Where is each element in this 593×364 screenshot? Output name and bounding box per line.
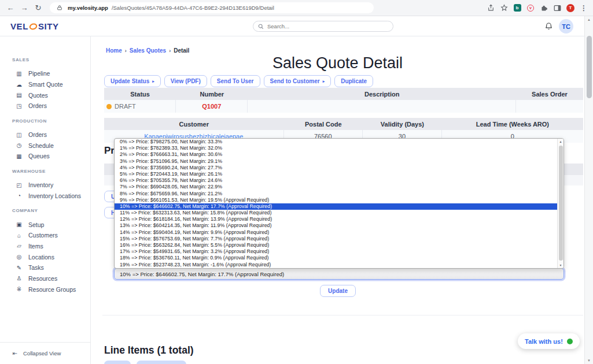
discount-option[interactable]: 18% => Price: $536760.11, Net Margin: 0.… bbox=[115, 255, 557, 261]
user-avatar[interactable]: TC bbox=[559, 19, 573, 34]
notifications-bell-icon[interactable] bbox=[544, 21, 553, 33]
collapsed-view-toggle[interactable]: ⇤ Collapsed View bbox=[0, 342, 90, 364]
browser-profile-avatar[interactable]: T bbox=[566, 3, 575, 13]
discount-option[interactable]: 19% => Price: $523748.23, Net Margin: -1… bbox=[115, 262, 557, 268]
page-scrollbar-thumb[interactable] bbox=[587, 36, 592, 98]
puzzle-extensions-icon[interactable] bbox=[539, 3, 548, 13]
sidebar-item-customers[interactable]: ⌂Customers bbox=[12, 230, 90, 241]
status-label: DRAFT bbox=[115, 103, 136, 110]
scroll-up-icon[interactable]: ▲ bbox=[585, 18, 593, 21]
logo-text-post: SITY bbox=[38, 21, 59, 31]
sidebar-item-tasks[interactable]: ✎Tasks bbox=[12, 262, 90, 273]
discount-options: 0% => Price: $798275.00, Net Margin: 33.… bbox=[115, 139, 557, 268]
discount-option[interactable]: 16% => Price: $563262.84, Net Margin: 5.… bbox=[115, 242, 557, 248]
send-to-user-button[interactable]: Send To User bbox=[211, 75, 260, 87]
pocket-icon[interactable]: v bbox=[526, 3, 535, 13]
sidebar-item-label: Items bbox=[28, 243, 43, 250]
reload-icon[interactable]: ↻ bbox=[32, 0, 44, 16]
sidebar-item-resources[interactable]: ♙Resources bbox=[12, 273, 90, 284]
sidebar-item-quotes[interactable]: ▤Quotes bbox=[12, 90, 90, 101]
discount-option[interactable]: 11% => Price: $632313.63, Net Margin: 15… bbox=[115, 210, 557, 216]
discount-option[interactable]: 7% => Price: $690428.05, Net Margin: 22.… bbox=[115, 184, 557, 190]
description-cell bbox=[248, 100, 516, 113]
sidebar-item-label: Tasks bbox=[28, 264, 44, 271]
sidebar-item-inventory-locations[interactable]: ◔Inventory Locations bbox=[12, 191, 90, 202]
update-button[interactable]: Update bbox=[320, 285, 356, 297]
discount-option[interactable]: 2% => Price: $766663.31, Net Margin: 30.… bbox=[115, 151, 557, 158]
discount-option[interactable]: 13% => Price: $604214.35, Net Margin: 11… bbox=[115, 222, 557, 229]
discount-option[interactable]: 0% => Price: $798275.00, Net Margin: 33.… bbox=[115, 139, 557, 145]
dropdown-scrollbar[interactable]: ▲ ▼ bbox=[557, 139, 563, 268]
discount-option[interactable]: 15% => Price: $576753.69, Net Margin: 7.… bbox=[115, 236, 557, 242]
update-status-button[interactable]: Update Status▸ bbox=[104, 75, 161, 87]
url-domain: my.velosity.app bbox=[68, 5, 108, 11]
extension-badge-icon[interactable]: b bbox=[513, 3, 522, 13]
global-search[interactable] bbox=[253, 21, 393, 32]
browser-menu-icon[interactable]: ⋮ bbox=[579, 3, 588, 13]
discount-option[interactable]: 9% => Price: $661051.53, Net Margin: 19.… bbox=[115, 197, 557, 203]
duplicate-button[interactable]: Duplicate bbox=[334, 75, 373, 87]
logo-o-swoosh-icon bbox=[29, 22, 38, 31]
sidebar-section-label: WAREHOUSE bbox=[12, 169, 90, 174]
dropdown-scroll-up-icon[interactable]: ▲ bbox=[558, 140, 563, 143]
search-input[interactable] bbox=[267, 23, 388, 29]
discount-dropdown-list: 0% => Price: $798275.00, Net Margin: 33.… bbox=[114, 138, 564, 269]
caret-right-icon: ▸ bbox=[152, 79, 154, 84]
sidebar-item-inventory[interactable]: ◰Inventory bbox=[12, 180, 90, 191]
sidebar-item-queues[interactable]: ▦Queues bbox=[12, 151, 90, 162]
share-icon[interactable] bbox=[486, 3, 495, 13]
back-icon[interactable]: ← bbox=[5, 0, 16, 16]
queues-icon: ▦ bbox=[16, 153, 23, 159]
sidebar-item-resource-groups[interactable]: ※Resource Groups bbox=[12, 284, 90, 295]
sidebar-section-label: COMPANY bbox=[12, 208, 90, 213]
status-table: StatusNumberDescriptionSales Order DRAFT… bbox=[104, 88, 583, 113]
sidebar-item-smart-quote[interactable]: ☁Smart Quote bbox=[12, 79, 90, 90]
velosity-logo[interactable]: VEL SITY bbox=[10, 21, 59, 31]
line-items-partial-button-2[interactable] bbox=[137, 361, 186, 364]
sidebar-item-setup[interactable]: ▣Setup bbox=[12, 219, 90, 230]
breadcrumb-sales-quotes[interactable]: Sales Quotes bbox=[130, 47, 166, 54]
page-scrollbar[interactable]: ▲ ▼ bbox=[584, 16, 593, 364]
quote-number[interactable]: Q1007 bbox=[176, 100, 248, 113]
discount-option[interactable]: 12% => Price: $618184.16, Net Margin: 13… bbox=[115, 216, 557, 222]
tasks-icon: ✎ bbox=[16, 265, 23, 271]
status-table-header: StatusNumberDescriptionSales Order bbox=[104, 88, 583, 100]
discount-option[interactable]: 3% => Price: $751096.95, Net Margin: 29.… bbox=[115, 158, 557, 165]
line-items-partial-button-1[interactable] bbox=[104, 361, 131, 364]
discount-option[interactable]: 17% => Price: $549931.65, Net Margin: 3.… bbox=[115, 248, 557, 255]
sidebar-item-pipeline[interactable]: ▥Pipeline bbox=[12, 68, 90, 79]
scroll-down-icon[interactable]: ▼ bbox=[585, 359, 593, 362]
quotes-icon: ▤ bbox=[16, 92, 23, 98]
status-cell: DRAFT bbox=[104, 100, 176, 113]
discount-option[interactable]: 14% => Price: $590404.19, Net Margin: 9.… bbox=[115, 229, 557, 236]
bookmark-star-icon[interactable] bbox=[499, 3, 509, 13]
sidebar-item-orders[interactable]: ◫Orders bbox=[12, 129, 90, 140]
sidebar-item-orders[interactable]: ◳Orders bbox=[12, 101, 90, 112]
page-title: Sales Quote Detail bbox=[91, 54, 584, 72]
dropdown-scrollbar-thumb[interactable] bbox=[559, 146, 563, 261]
sidebar-item-items[interactable]: ▱Items bbox=[12, 241, 90, 252]
discount-option[interactable]: 10% => Price: $646602.75, Net Margin: 17… bbox=[115, 203, 557, 210]
view-pdf--button[interactable]: View (PDF) bbox=[164, 75, 207, 87]
discount-option[interactable]: 5% => Price: $720443.19, Net Margin: 26.… bbox=[115, 171, 557, 177]
dropdown-scroll-down-icon[interactable]: ▼ bbox=[558, 263, 563, 267]
forward-icon[interactable]: → bbox=[19, 0, 30, 16]
chat-widget[interactable]: Talk with us! bbox=[518, 333, 580, 349]
discount-select-field[interactable]: 10% => Price: $646602.75, Net Margin: 17… bbox=[114, 268, 564, 280]
discount-option[interactable]: 6% => Price: $705355.79, Net Margin: 24.… bbox=[115, 177, 557, 184]
sidebar-item-label: Resources bbox=[28, 275, 57, 282]
discount-option[interactable]: 1% => Price: $782389.33, Net Margin: 32.… bbox=[115, 145, 557, 151]
column-header-lead-time-weeks-aro-: Lead Time (Weeks ARO) bbox=[442, 121, 583, 128]
sidebar-item-locations[interactable]: ◎Locations bbox=[12, 251, 90, 262]
discount-option[interactable]: 4% => Price: $735690.24, Net Margin: 27.… bbox=[115, 165, 557, 171]
inventory-icon: ◰ bbox=[16, 182, 23, 188]
sidebar-item-label: Inventory Locations bbox=[28, 192, 81, 199]
send-to-customer-button[interactable]: Send to Customer▸ bbox=[264, 75, 332, 87]
address-bar[interactable]: my.velosity.app/SalesQuotes/45A78A59-44D… bbox=[50, 2, 374, 13]
breadcrumb-home[interactable]: Home bbox=[106, 47, 122, 54]
discount-option[interactable]: 8% => Price: $675659.96, Net Margin: 21.… bbox=[115, 191, 557, 197]
side-panel-icon[interactable] bbox=[553, 3, 562, 13]
sidebar-item-schedule[interactable]: ◷Schedule bbox=[12, 140, 90, 151]
breadcrumb-separator: › bbox=[169, 48, 171, 54]
sidebar-item-label: Orders bbox=[28, 131, 47, 138]
